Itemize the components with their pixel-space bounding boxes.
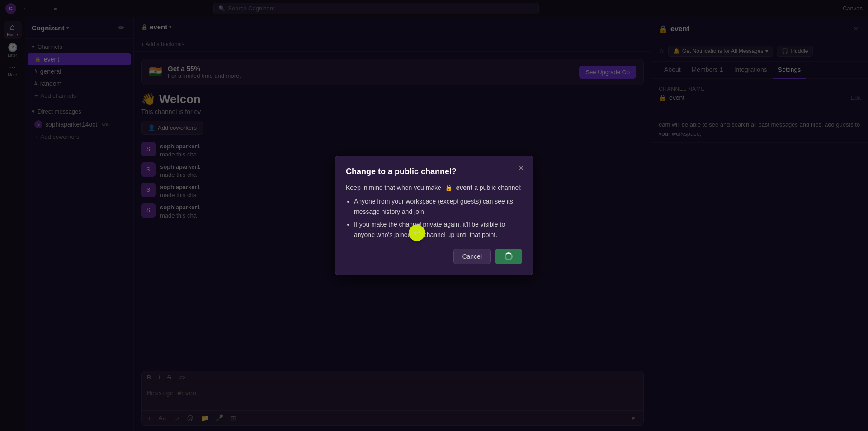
modal-bullet-2: If you make the channel private again, i…: [354, 219, 522, 240]
modal-intro-suffix: a public channel:: [474, 184, 522, 191]
modal-channel-name: event: [456, 184, 473, 191]
modal-lock-icon: 🔒: [445, 184, 453, 191]
cancel-button[interactable]: Cancel: [453, 249, 491, 264]
modal-body: Keep in mind that when you make 🔒 event …: [346, 183, 522, 240]
change-channel-modal: ✕ Change to a public channel? Keep in mi…: [335, 156, 533, 275]
confirm-button[interactable]: [495, 249, 522, 264]
modal-close-button[interactable]: ✕: [515, 162, 527, 174]
modal-bullet-1: Anyone from your workspace (except guest…: [354, 196, 522, 217]
loading-spinner: [505, 252, 513, 260]
modal-title: Change to a public channel?: [346, 167, 522, 176]
modal-footer: Cancel: [346, 249, 522, 264]
modal-overlay[interactable]: ✕ Change to a public channel? Keep in mi…: [0, 0, 868, 431]
modal-intro: Keep in mind that when you make: [346, 184, 441, 191]
modal-bullets: Anyone from your workspace (except guest…: [346, 196, 522, 240]
